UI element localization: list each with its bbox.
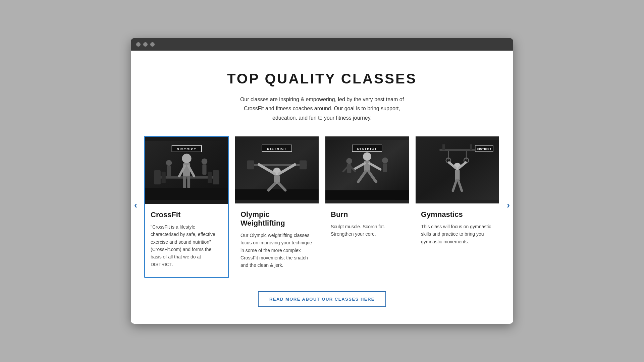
card-crossfit-title: CrossFit: [151, 210, 223, 219]
svg-rect-5: [213, 170, 219, 184]
svg-rect-22: [247, 164, 307, 166]
crossfit-image-svg: DISTRICT: [145, 137, 228, 204]
svg-point-7: [182, 154, 191, 163]
card-burn[interactable]: DISTRICT Burn Sculpt muscle. Scorch fat.…: [325, 136, 410, 278]
svg-rect-23: [247, 160, 254, 169]
svg-rect-24: [300, 160, 307, 169]
svg-point-46: [382, 157, 388, 163]
svg-text:DISTRICT: DISTRICT: [477, 147, 492, 150]
weightlifting-image-svg: DISTRICT: [235, 136, 319, 203]
svg-rect-21: [235, 189, 319, 200]
cards-row: DISTRICT CrossFit "CrossFit is a lifesty…: [144, 136, 500, 278]
read-more-wrapper: READ MORE ABOUT OUR CLASSES HERE: [144, 291, 500, 307]
browser-maximize-btn[interactable]: [150, 42, 155, 47]
burn-image-svg: DISTRICT: [325, 136, 409, 203]
svg-rect-35: [325, 190, 409, 199]
card-crossfit-body: CrossFit "CrossFit is a lifestyle charac…: [145, 204, 228, 276]
browser-close-btn[interactable]: [136, 42, 141, 47]
card-gymnastics-title: Gymnastics: [421, 210, 494, 219]
svg-rect-52: [439, 149, 475, 151]
svg-rect-47: [383, 163, 387, 172]
svg-text:DISTRICT: DISTRICT: [357, 146, 377, 150]
card-weightlifting-title: Olympic Weightlifting: [240, 210, 313, 228]
card-weightlifting-body: Olympic Weightlifting Our Olympic weight…: [235, 203, 319, 277]
card-gymnastics[interactable]: DISTRICT Gymnastics This class will focu…: [415, 136, 500, 278]
svg-point-42: [346, 158, 352, 164]
card-crossfit-text: "CrossFit is a lifestyle characterised b…: [151, 223, 223, 268]
svg-point-13: [166, 160, 172, 166]
svg-point-15: [202, 159, 208, 165]
card-image-burn: DISTRICT: [325, 136, 409, 203]
svg-text:DISTRICT: DISTRICT: [177, 147, 197, 151]
svg-rect-4: [162, 172, 166, 183]
svg-rect-14: [167, 166, 171, 176]
browser-content: TOP QUALITY CLASSES Our classes are insp…: [131, 51, 513, 324]
card-gymnastics-body: Gymnastics This class will focus on gymn…: [416, 203, 499, 253]
card-burn-text: Sculpt muscle. Scorch fat. Strengthen yo…: [331, 223, 404, 238]
card-image-weightlifting: DISTRICT: [235, 136, 319, 203]
svg-rect-53: [442, 144, 445, 150]
card-image-gymnastics: DISTRICT: [416, 136, 499, 203]
svg-rect-3: [154, 170, 160, 184]
page-header: TOP QUALITY CLASSES Our classes are insp…: [144, 71, 500, 122]
card-gymnastics-text: This class will focus on gymnastic skill…: [421, 223, 494, 245]
read-more-button[interactable]: READ MORE ABOUT OUR CLASSES HERE: [258, 291, 386, 307]
svg-rect-54: [470, 144, 472, 150]
svg-rect-6: [208, 172, 212, 183]
carousel-prev-button[interactable]: ‹: [131, 196, 141, 214]
page-title: TOP QUALITY CLASSES: [144, 71, 500, 87]
svg-rect-1: [145, 188, 228, 200]
carousel-next-button[interactable]: ›: [503, 196, 513, 214]
card-image-crossfit: DISTRICT: [145, 137, 228, 204]
svg-rect-11: [183, 176, 186, 188]
svg-rect-16: [202, 164, 206, 175]
svg-text:DISTRICT: DISTRICT: [267, 146, 287, 150]
svg-rect-12: [187, 176, 190, 188]
card-olympic-weightlifting[interactable]: DISTRICT Olympic Weightlifting Our Olymp…: [234, 136, 319, 278]
card-burn-body: Burn Sculpt muscle. Scorch fat. Strength…: [325, 203, 409, 246]
browser-window: TOP QUALITY CLASSES Our classes are insp…: [131, 38, 513, 324]
card-burn-title: Burn: [331, 210, 404, 219]
card-crossfit[interactable]: DISTRICT CrossFit "CrossFit is a lifesty…: [144, 136, 229, 278]
gymnastics-image-svg: DISTRICT: [416, 136, 499, 203]
page-description: Our classes are inspiring & empowering, …: [231, 95, 413, 122]
svg-rect-62: [455, 170, 460, 180]
svg-rect-43: [347, 164, 351, 173]
card-weightlifting-text: Our Olympic weightlifting classes focus …: [240, 232, 313, 269]
svg-point-36: [363, 152, 371, 161]
carousel-container: ‹: [131, 136, 513, 278]
browser-minimize-btn[interactable]: [143, 42, 148, 47]
browser-titlebar: [131, 38, 513, 51]
